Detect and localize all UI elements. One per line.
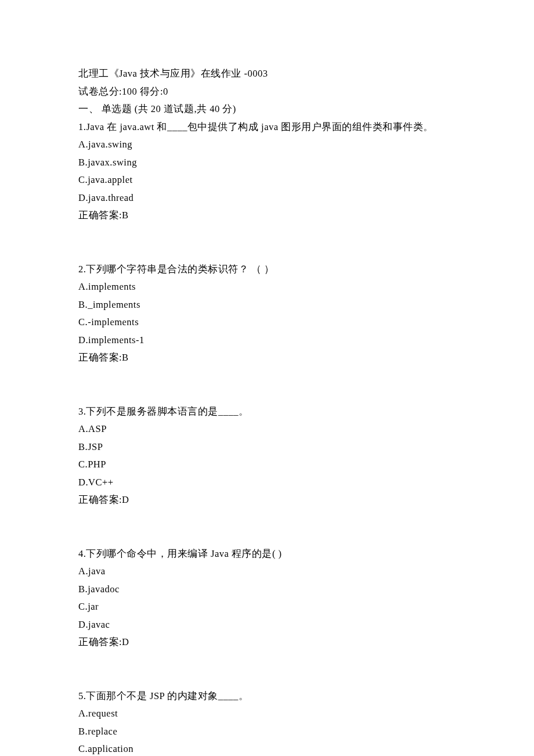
option: D.VC++: [78, 474, 456, 492]
option: C.PHP: [78, 456, 456, 474]
answer: 正确答案:B: [78, 207, 456, 225]
question-stem: 3.下列不是服务器脚本语言的是____。: [78, 403, 456, 421]
option: A.java.swing: [78, 136, 456, 154]
option: D.java.thread: [78, 189, 456, 207]
option: C.java.applet: [78, 171, 456, 189]
question-stem: 5.下面那个不是 JSP 的内建对象____。: [78, 687, 456, 705]
option: C.jar: [78, 598, 456, 616]
question-4: 4.下列哪个命令中，用来编译 Java 程序的是( ) A.java B.jav…: [78, 545, 456, 651]
answer: 正确答案:D: [78, 633, 456, 651]
question-1: 1.Java 在 java.awt 和____包中提供了构成 java 图形用户…: [78, 118, 456, 225]
option: B.JSP: [78, 438, 456, 456]
question-stem: 1.Java 在 java.awt 和____包中提供了构成 java 图形用户…: [78, 118, 456, 136]
option: B._implements: [78, 296, 456, 314]
option: A.ASP: [78, 420, 456, 438]
doc-title: 北理工《Java 技术与应用》在线作业 -0003: [78, 65, 456, 83]
option: B.javax.swing: [78, 154, 456, 172]
question-3: 3.下列不是服务器脚本语言的是____。 A.ASP B.JSP C.PHP D…: [78, 403, 456, 509]
question-stem: 2.下列哪个字符串是合法的类标识符？ （ ）: [78, 261, 456, 279]
option: B.replace: [78, 723, 456, 741]
page: 北理工《Java 技术与应用》在线作业 -0003 试卷总分:100 得分:0 …: [0, 0, 534, 756]
option: C.application: [78, 740, 456, 756]
question-stem: 4.下列哪个命令中，用来编译 Java 程序的是( ): [78, 545, 456, 563]
answer: 正确答案:B: [78, 349, 456, 367]
section-header: 一、 单选题 (共 20 道试题,共 40 分): [78, 100, 456, 118]
question-2: 2.下列哪个字符串是合法的类标识符？ （ ） A.implements B._i…: [78, 261, 456, 367]
option: A.implements: [78, 278, 456, 296]
question-5: 5.下面那个不是 JSP 的内建对象____。 A.request B.repl…: [78, 687, 456, 756]
score-line: 试卷总分:100 得分:0: [78, 83, 456, 101]
option: A.java: [78, 563, 456, 581]
option: A.request: [78, 705, 456, 723]
option: B.javadoc: [78, 581, 456, 599]
option: D.implements-1: [78, 332, 456, 350]
answer: 正确答案:D: [78, 491, 456, 509]
option: C.-implements: [78, 314, 456, 332]
option: D.javac: [78, 616, 456, 634]
